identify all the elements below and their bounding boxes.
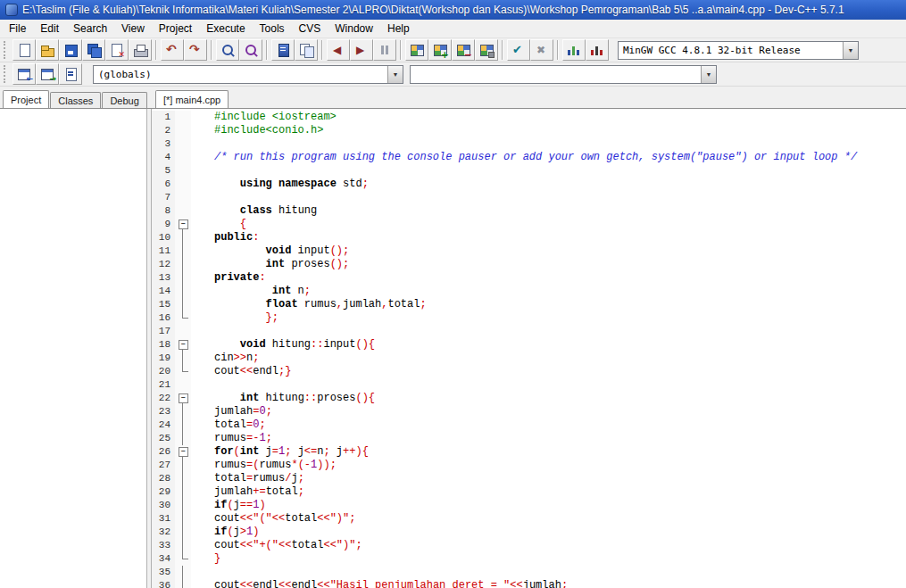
line-number[interactable]: 31: [152, 512, 175, 526]
toggle-bookmark-button[interactable]: [36, 63, 59, 85]
line-number[interactable]: 10: [152, 231, 175, 244]
code-line[interactable]: 24total=0;: [152, 418, 906, 432]
chevron-down-icon[interactable]: [387, 66, 403, 83]
line-number[interactable]: 21: [152, 378, 175, 392]
code-line[interactable]: 8 class hitung: [152, 204, 906, 218]
menu-help[interactable]: Help: [380, 20, 417, 37]
line-number[interactable]: 36: [152, 579, 175, 588]
menu-edit[interactable]: Edit: [33, 20, 66, 37]
chevron-down-icon[interactable]: [701, 66, 716, 83]
code-line[interactable]: 29jumlah+=total;: [152, 485, 906, 499]
menu-project[interactable]: Project: [152, 20, 199, 37]
goto-bookmark-button[interactable]: [59, 63, 82, 85]
compile-button[interactable]: [507, 39, 530, 61]
menu-view[interactable]: View: [114, 20, 152, 37]
menu-execute[interactable]: Execute: [199, 20, 252, 37]
save-all-button[interactable]: [82, 39, 105, 61]
line-number[interactable]: 35: [152, 566, 175, 579]
line-number[interactable]: 15: [152, 298, 175, 311]
insert-button[interactable]: [12, 63, 36, 85]
code-line[interactable]: 12 int proses();: [152, 258, 906, 271]
find-button[interactable]: [216, 39, 239, 61]
code-line[interactable]: 7: [152, 191, 906, 204]
title-bar[interactable]: E:\Taslim (File & Kuliah)\Teknik Informa…: [0, 0, 906, 20]
code-line[interactable]: 2#include<conio.h>: [152, 124, 906, 137]
line-number[interactable]: 32: [152, 526, 175, 539]
line-number[interactable]: 33: [152, 539, 175, 552]
goto-line-button[interactable]: [271, 39, 295, 61]
code-line[interactable]: 28total=rumus/j;: [152, 472, 906, 485]
clean-button[interactable]: [530, 39, 553, 61]
code-line[interactable]: 23jumlah=0;: [152, 405, 906, 418]
line-number[interactable]: 23: [152, 405, 175, 418]
new-file-button[interactable]: [12, 39, 36, 61]
menu-tools[interactable]: Tools: [253, 20, 292, 37]
line-number[interactable]: 22: [152, 392, 175, 405]
line-number[interactable]: 25: [152, 432, 175, 445]
line-number[interactable]: 14: [152, 285, 175, 298]
code-line[interactable]: 22 int hitung::proses(){: [152, 392, 906, 405]
code-line[interactable]: 17: [152, 325, 906, 338]
line-number[interactable]: 2: [152, 124, 175, 137]
remove-from-project-button[interactable]: [452, 39, 475, 61]
redo-button[interactable]: [184, 39, 207, 61]
profile-button[interactable]: [562, 39, 586, 61]
toolbar-grip[interactable]: [4, 65, 8, 83]
line-number[interactable]: 9: [152, 218, 175, 231]
swap-header-source-button[interactable]: [295, 39, 318, 61]
code-line[interactable]: 16 };: [152, 311, 906, 325]
menu-search[interactable]: Search: [66, 20, 114, 37]
line-number[interactable]: 16: [152, 311, 175, 325]
scope-select[interactable]: (globals): [93, 65, 403, 84]
line-number[interactable]: 1: [152, 111, 175, 124]
new-project-button[interactable]: [405, 39, 428, 61]
code-line[interactable]: 10public:: [152, 231, 906, 244]
code-line[interactable]: 5: [152, 164, 906, 178]
line-number[interactable]: 5: [152, 164, 175, 178]
line-number[interactable]: 20: [152, 365, 175, 378]
line-number[interactable]: 7: [152, 191, 175, 204]
line-number[interactable]: 12: [152, 258, 175, 271]
code-line[interactable]: 31cout<<"("<<total<<")";: [152, 512, 906, 526]
compiler-select[interactable]: MinGW GCC 4.8.1 32-bit Release: [618, 41, 859, 60]
menu-file[interactable]: File: [2, 20, 33, 37]
tab-debug[interactable]: Debug: [102, 92, 146, 108]
add-to-project-button[interactable]: [428, 39, 452, 61]
toolbar-grip[interactable]: [4, 41, 8, 59]
project-browser-panel[interactable]: [0, 109, 147, 588]
line-number[interactable]: 17: [152, 325, 175, 338]
line-number[interactable]: 19: [152, 352, 175, 365]
code-line[interactable]: 6 using namespace std;: [152, 178, 906, 191]
code-line[interactable]: 13private:: [152, 271, 906, 285]
open-button[interactable]: [36, 39, 59, 61]
code-line[interactable]: 4/* run this program using the console p…: [152, 151, 906, 164]
code-line[interactable]: 36cout<<endl<<endl<<"Hasil penjumlahan d…: [152, 579, 906, 588]
menu-cvs[interactable]: CVS: [292, 20, 328, 37]
code-line[interactable]: 18 void hitung::input(){: [152, 338, 906, 352]
code-line[interactable]: 26for(int j=1; j<=n; j++){: [152, 445, 906, 459]
code-line[interactable]: 20cout<<endl;}: [152, 365, 906, 378]
line-number[interactable]: 6: [152, 178, 175, 191]
back-button[interactable]: [327, 39, 350, 61]
line-number[interactable]: 24: [152, 418, 175, 432]
line-number[interactable]: 26: [152, 445, 175, 459]
line-number[interactable]: 8: [152, 204, 175, 218]
code-line[interactable]: 35: [152, 566, 906, 579]
code-line[interactable]: 34}: [152, 552, 906, 566]
code-line[interactable]: 15 float rumus,jumlah,total;: [152, 298, 906, 311]
close-file-button[interactable]: [105, 39, 129, 61]
code-line[interactable]: 9 {: [152, 218, 906, 231]
line-number[interactable]: 3: [152, 137, 175, 151]
fold-toggle[interactable]: [175, 445, 191, 459]
project-properties-button[interactable]: [475, 39, 498, 61]
menu-window[interactable]: Window: [328, 20, 380, 37]
tab-project[interactable]: Project: [3, 90, 49, 108]
code-line[interactable]: 1#include <iostream>: [152, 111, 906, 124]
code-line[interactable]: 3: [152, 137, 906, 151]
code-line[interactable]: 33cout<<"+("<<total<<")";: [152, 539, 906, 552]
print-button[interactable]: [129, 39, 152, 61]
code-line[interactable]: 14 int n;: [152, 285, 906, 298]
undo-button[interactable]: [161, 39, 184, 61]
chevron-down-icon[interactable]: [843, 42, 858, 59]
replace-button[interactable]: [239, 39, 262, 61]
